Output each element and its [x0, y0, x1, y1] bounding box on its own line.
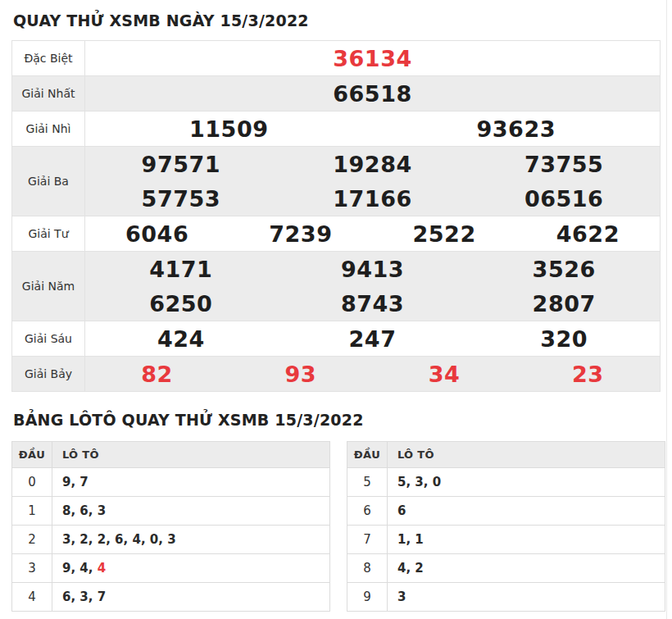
- prize-number: 36134: [85, 46, 660, 71]
- prize-row: Giải Nhì1150993623: [12, 112, 660, 147]
- loto-row: 46, 3, 7: [12, 583, 330, 612]
- prize-number: 424: [85, 326, 277, 352]
- dau-cell: 8: [347, 554, 388, 583]
- loto-number: 5: [397, 475, 406, 489]
- loto-cell: 5, 3, 0: [388, 468, 665, 497]
- page: QUAY THỬ XSMB NGÀY 15/3/2022 Đặc Biệt361…: [0, 0, 672, 619]
- prize-label: Đặc Biệt: [12, 41, 85, 75]
- prize-line: 975711928473755: [85, 147, 660, 181]
- dau-cell: 6: [347, 497, 388, 526]
- dau-cell: 9: [347, 583, 388, 612]
- prize-row: Giải Bảy82933423: [12, 357, 660, 391]
- prize-number: 19284: [277, 152, 469, 177]
- loto-cell: 1, 1: [388, 526, 665, 554]
- loto-number: 3: [415, 475, 423, 489]
- prize-label: Giải Tư: [12, 216, 85, 251]
- dau-cell: 7: [347, 526, 388, 554]
- prize-row: Giải Ba975711928473755577531716606516: [12, 147, 660, 216]
- loto-number: 4: [98, 561, 106, 576]
- loto-section-title: BẢNG LÔTÔ QUAY THỬ XSMB 15/3/2022: [11, 392, 672, 440]
- loto-row: 71, 1: [347, 526, 665, 554]
- prize-line: 82933423: [85, 357, 660, 391]
- prize-row: Giải Năm417194133526625087432807: [12, 252, 660, 321]
- prize-label: Giải Nhất: [12, 76, 85, 111]
- prize-values: 424247320: [85, 321, 660, 356]
- prize-values: 975711928473755577531716606516: [85, 147, 660, 216]
- loto-row: 84, 2: [347, 554, 665, 583]
- loto-table-body-0: 09, 718, 6, 323, 2, 2, 6, 4, 0, 339, 4, …: [12, 468, 330, 612]
- prize-number: 320: [468, 326, 660, 352]
- loto-number: 2: [415, 561, 423, 576]
- loto-row: 55, 3, 0: [347, 468, 665, 497]
- prize-label: Giải Ba: [12, 147, 85, 216]
- loto-number: 4: [132, 532, 140, 547]
- loto-table-right: ĐẦU LÔ TÔ 55, 3, 06671, 184, 293: [347, 441, 665, 612]
- prize-number: 7239: [229, 221, 372, 247]
- loto-number: 1: [415, 532, 423, 547]
- prize-number: 2522: [373, 221, 516, 247]
- loto-cell: 3, 2, 2, 6, 4, 0, 3: [52, 526, 330, 554]
- prize-values: 36134: [85, 41, 660, 75]
- loto-number: 3: [62, 532, 70, 547]
- loto-row: 09, 7: [12, 468, 330, 497]
- loto-number: 2: [79, 532, 88, 547]
- loto-cell: 8, 6, 3: [52, 497, 330, 526]
- prize-row: Giải Nhất66518: [12, 76, 660, 112]
- page-title: QUAY THỬ XSMB NGÀY 15/3/2022: [11, 0, 672, 40]
- loto-cell: 6, 3, 7: [52, 583, 330, 612]
- loto-cell: 9, 7: [52, 468, 330, 497]
- loto-number: 4: [79, 561, 88, 576]
- loto-number: 6: [62, 589, 70, 604]
- loto-header-row: ĐẦU LÔ TÔ: [347, 442, 665, 468]
- loto-number: 1: [397, 532, 406, 547]
- page-right-edge: [666, 0, 667, 619]
- prize-number: 06516: [468, 186, 660, 212]
- loto-row: 93: [347, 583, 665, 612]
- dau-column-header: ĐẦU: [12, 442, 52, 468]
- loto-row: 39, 4, 4: [12, 554, 330, 583]
- loto-cell: 3: [388, 583, 665, 612]
- loto-number: 4: [397, 561, 406, 576]
- dau-cell: 3: [12, 554, 52, 583]
- loto-table-right-head: ĐẦU LÔ TÔ: [347, 442, 665, 468]
- loto-row: 18, 6, 3: [12, 497, 330, 526]
- prize-number: 9413: [277, 257, 469, 282]
- dau-cell: 0: [12, 468, 52, 497]
- prize-results-table: Đặc Biệt36134Giải Nhất66518Giải Nhì11509…: [11, 40, 661, 392]
- prize-values: 82933423: [85, 357, 660, 391]
- loto-column-header: LÔ TÔ: [52, 442, 330, 468]
- prize-row: Đặc Biệt36134: [12, 41, 660, 76]
- prize-number: 34: [373, 362, 516, 387]
- loto-number: 0: [433, 475, 441, 489]
- dau-column-header: ĐẦU: [347, 442, 388, 468]
- prize-line: 1150993623: [85, 112, 660, 146]
- dau-cell: 2: [12, 526, 52, 554]
- loto-number: 7: [79, 475, 88, 489]
- loto-column-header: LÔ TÔ: [388, 442, 665, 468]
- prize-table-body: Đặc Biệt36134Giải Nhất66518Giải Nhì11509…: [12, 41, 660, 391]
- loto-number: 3: [397, 589, 406, 604]
- prize-label: Giải Năm: [12, 252, 85, 321]
- prize-number: 2807: [468, 291, 660, 316]
- prize-number: 6250: [85, 291, 277, 316]
- prize-number: 73755: [468, 152, 660, 177]
- prize-line: 625087432807: [85, 286, 660, 321]
- prize-values: 6046723925224622: [85, 216, 660, 251]
- loto-row: 66: [347, 497, 665, 526]
- prize-number: 93: [229, 362, 372, 387]
- loto-cell: 9, 4, 4: [52, 554, 330, 583]
- prize-values: 66518: [85, 76, 660, 111]
- prize-number: 247: [277, 326, 469, 352]
- loto-number: 9: [62, 561, 70, 576]
- prize-values: 417194133526625087432807: [85, 252, 660, 321]
- prize-line: 417194133526: [85, 252, 660, 286]
- loto-header-row: ĐẦU LÔ TÔ: [12, 442, 330, 468]
- prize-row: Giải Tư6046723925224622: [12, 216, 660, 252]
- loto-table-left: ĐẦU LÔ TÔ 09, 718, 6, 323, 2, 2, 6, 4, 0…: [11, 441, 330, 612]
- prize-label: Giải Sáu: [12, 321, 85, 356]
- prize-number: 4622: [516, 221, 660, 247]
- prize-number: 93623: [373, 116, 661, 142]
- prize-line: 577531716606516: [85, 181, 660, 216]
- prize-line: 36134: [85, 41, 660, 75]
- prize-number: 82: [85, 362, 229, 387]
